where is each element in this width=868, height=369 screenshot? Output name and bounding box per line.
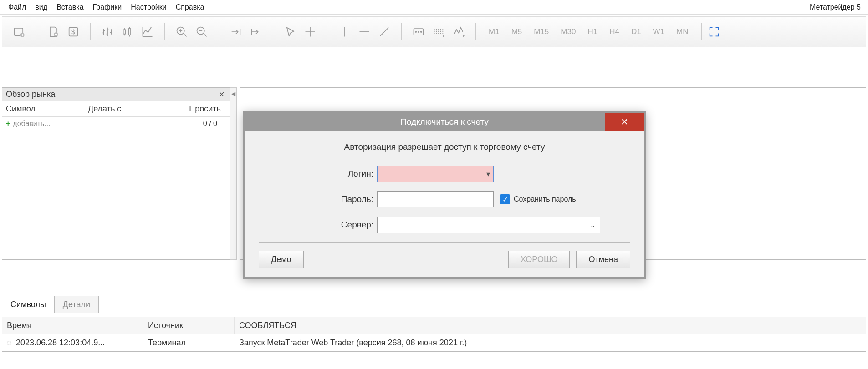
log-row[interactable]: 2023.06.28 12:03:04.9... Терминал Запуск… (2, 334, 866, 351)
zoom-in-icon[interactable] (174, 24, 189, 40)
scroll-end-icon[interactable] (228, 24, 244, 40)
server-input[interactable] (377, 217, 600, 233)
login-dialog: Подключиться к счету ✕ Авторизация разре… (243, 111, 646, 279)
timeframe-m15[interactable]: M15 (530, 27, 552, 36)
svg-rect-6 (128, 29, 131, 35)
market-watch-headers: Символ Делать с... Просить (2, 101, 230, 117)
mw-ratio: 0 / 0 (203, 120, 226, 128)
log-message: Запуск MetaTrader Web Trader (версия 268… (239, 338, 861, 348)
server-label: Сервер: (259, 220, 377, 230)
menu-file[interactable]: Файл (4, 1, 31, 13)
shift-chart-icon[interactable] (248, 24, 264, 40)
log-source: Терминал (148, 338, 239, 348)
log-headers: Время Источник СООБЛЯТЬСЯ (2, 317, 866, 334)
dialog-separator (259, 242, 630, 243)
timeframe-w1[interactable]: W1 (649, 27, 669, 36)
cursor-icon[interactable] (282, 24, 298, 40)
indicator-icon[interactable]: E (451, 24, 466, 40)
svg-text:E: E (463, 34, 465, 38)
market-watch-add-row[interactable]: + добавить... 0 / 0 (2, 117, 230, 131)
vertical-line-icon[interactable] (337, 24, 352, 40)
dialog-title-bar[interactable]: Подключиться к счету ✕ (245, 113, 644, 131)
timeframe-h1[interactable]: H1 (584, 27, 601, 36)
dialog-title: Подключиться к счету (400, 117, 489, 127)
timeframe-h4[interactable]: H4 (606, 27, 623, 36)
svg-point-11 (418, 31, 419, 32)
menu-view[interactable]: вид (31, 1, 52, 13)
horizontal-line-icon[interactable] (357, 24, 372, 40)
text-label-icon[interactable] (411, 24, 426, 40)
login-input[interactable] (377, 166, 494, 182)
line-chart-icon[interactable] (140, 24, 155, 40)
svg-text:F: F (443, 34, 445, 38)
fullscreen-icon[interactable] (706, 24, 722, 40)
password-input[interactable] (377, 191, 494, 207)
trend-line-icon[interactable] (377, 24, 392, 40)
dialog-buttons: Демо ХОРОШО Отмена (259, 251, 630, 268)
mw-col-symbol[interactable]: Символ (2, 101, 84, 116)
svg-rect-5 (123, 30, 126, 34)
save-password-label: Сохранить пароль (514, 195, 576, 203)
candle-chart-icon[interactable] (120, 24, 135, 40)
collapse-handle[interactable]: ◀ (230, 87, 237, 260)
dialog-body: Авторизация разрешает доступ к торговому… (245, 131, 644, 277)
log-col-time[interactable]: Время (2, 317, 143, 334)
timeframe-mn[interactable]: MN (673, 27, 692, 36)
toolbar: $ F E M1 M5 M15 M30 H1 H4 D1 W1 (2, 16, 866, 47)
market-watch-close-icon[interactable]: ✕ (217, 90, 226, 99)
login-label: Логин: (259, 169, 377, 179)
mw-add-label: добавить... (13, 120, 50, 128)
plus-icon: + (6, 120, 10, 128)
svg-point-10 (415, 31, 416, 32)
log-status-icon (7, 341, 11, 345)
svg-text:$: $ (71, 28, 75, 35)
cancel-button[interactable]: Отмена (576, 251, 630, 268)
tab-details[interactable]: Детали (54, 296, 99, 313)
password-label: Пароль: (259, 194, 377, 204)
menubar: Файл вид Вставка Графики Настройки Справ… (0, 0, 868, 15)
market-watch-panel: Обзор рынка ✕ Символ Делать с... Просить… (2, 87, 230, 260)
dialog-description: Авторизация разрешает доступ к торговому… (259, 142, 630, 152)
timeframe-m1[interactable]: M1 (485, 27, 503, 36)
zoom-out-icon[interactable] (194, 24, 209, 40)
fibonacci-icon[interactable]: F (431, 24, 446, 40)
menu-insert[interactable]: Вставка (52, 1, 88, 13)
timeframe-d1[interactable]: D1 (628, 27, 645, 36)
log-time: 2023.06.28 12:03:04.9... (16, 338, 148, 348)
demo-button[interactable]: Демо (259, 251, 304, 268)
log-col-source[interactable]: Источник (143, 317, 235, 334)
ok-button[interactable]: ХОРОШО (508, 251, 570, 268)
svg-point-12 (421, 31, 422, 32)
menu-charts[interactable]: Графики (88, 1, 127, 13)
timeframe-m5[interactable]: M5 (508, 27, 526, 36)
mw-col-bid[interactable]: Делать с... (84, 101, 153, 116)
timeframe-m30[interactable]: M30 (557, 27, 579, 36)
menu-settings[interactable]: Настройки (126, 1, 171, 13)
new-chart-icon[interactable] (11, 24, 27, 40)
log-panel: Время Источник СООБЛЯТЬСЯ 2023.06.28 12:… (2, 317, 866, 352)
market-watch-tabs: Символы Детали (2, 296, 98, 313)
tab-symbols[interactable]: Символы (2, 296, 55, 313)
new-document-icon[interactable] (46, 24, 61, 40)
bar-chart-icon[interactable] (100, 24, 115, 40)
log-col-message[interactable]: СООБЛЯТЬСЯ (235, 317, 866, 334)
dialog-close-button[interactable]: ✕ (605, 113, 644, 131)
dollar-doc-icon[interactable]: $ (66, 24, 81, 40)
app-title: Метатрейдер 5 (810, 3, 864, 11)
market-watch-title: Обзор рынка (6, 90, 55, 99)
menu-help[interactable]: Справка (171, 1, 209, 13)
save-password-checkbox[interactable]: ✓ (500, 194, 510, 204)
mw-col-ask[interactable]: Просить (153, 101, 230, 116)
crosshair-icon[interactable] (302, 24, 318, 40)
market-watch-title-bar: Обзор рынка ✕ (2, 88, 230, 101)
